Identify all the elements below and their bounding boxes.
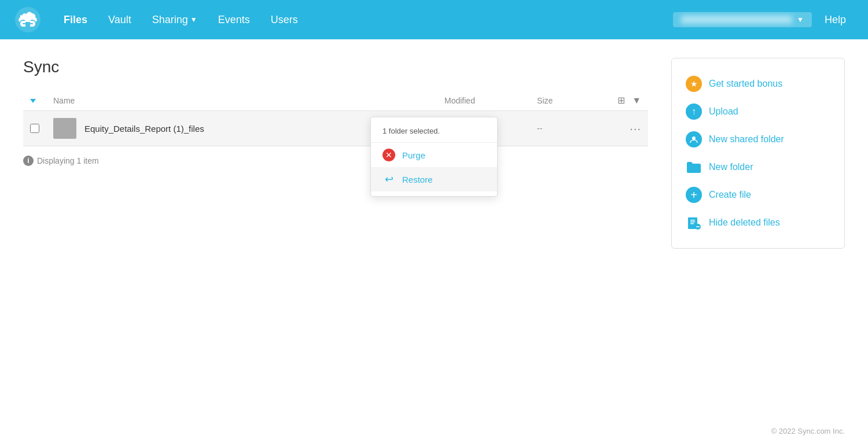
user-email-blurred bbox=[681, 16, 792, 24]
main-header: Files Vault Sharing ▼ Events Users ▼ Hel… bbox=[0, 0, 868, 39]
file-browser: Sync Name Modified Size ⊞ ▼ Equity_Detai… bbox=[23, 58, 648, 166]
select-row-checkbox[interactable] bbox=[30, 124, 39, 133]
sidebar-item-hide-deleted-files[interactable]: Hide deleted files bbox=[686, 209, 830, 237]
display-count-text: Displaying 1 item bbox=[37, 156, 99, 165]
sidebar-item-new-shared-folder[interactable]: New shared folder bbox=[686, 125, 830, 153]
folder-icon bbox=[53, 118, 76, 139]
purge-label: Purge bbox=[402, 150, 425, 160]
grid-view-icon[interactable]: ⊞ bbox=[617, 95, 625, 106]
new-folder-icon bbox=[686, 159, 702, 175]
svg-rect-1 bbox=[25, 20, 30, 22]
col-size-header: Size bbox=[537, 96, 606, 105]
hide-deleted-icon bbox=[686, 215, 702, 231]
file-size: -- bbox=[537, 124, 606, 133]
main-content: Sync Name Modified Size ⊞ ▼ Equity_Detai… bbox=[0, 39, 868, 267]
nav-vault[interactable]: Vault bbox=[100, 14, 139, 26]
logo[interactable] bbox=[14, 6, 42, 34]
col-actions-header[interactable]: ⊞ ▼ bbox=[606, 95, 641, 106]
context-menu: 1 folder selected. ✕ Purge ↩ Restore bbox=[370, 117, 498, 197]
svg-rect-5 bbox=[690, 221, 695, 223]
restore-button[interactable]: ↩ Restore bbox=[371, 167, 497, 191]
svg-rect-4 bbox=[690, 220, 695, 221]
purge-icon: ✕ bbox=[382, 149, 395, 161]
svg-rect-6 bbox=[690, 223, 694, 224]
sidebar-label-hide-deleted-files: Hide deleted files bbox=[709, 217, 780, 228]
sidebar-panel: ★ Get started bonus ↑ Upload New shared … bbox=[671, 58, 845, 249]
sort-toggle[interactable] bbox=[30, 96, 53, 105]
purge-button[interactable]: ✕ Purge bbox=[371, 143, 497, 167]
sidebar-item-upload[interactable]: ↑ Upload bbox=[686, 98, 830, 125]
nav-events[interactable]: Events bbox=[210, 14, 258, 26]
sidebar-item-new-folder[interactable]: New folder bbox=[686, 153, 830, 181]
sidebar-label-new-shared-folder: New shared folder bbox=[709, 134, 784, 145]
upload-icon: ↑ bbox=[686, 104, 702, 120]
col-name-header: Name bbox=[53, 96, 444, 105]
create-file-icon: + bbox=[686, 187, 702, 203]
context-menu-header: 1 folder selected. bbox=[371, 122, 497, 143]
nav-users[interactable]: Users bbox=[263, 14, 306, 26]
row-checkbox[interactable] bbox=[30, 124, 53, 133]
nav-files[interactable]: Files bbox=[56, 14, 95, 26]
restore-icon: ↩ bbox=[382, 173, 395, 186]
user-account-dropdown[interactable]: ▼ bbox=[673, 12, 812, 27]
svg-point-2 bbox=[692, 136, 696, 140]
shared-folder-icon bbox=[686, 131, 702, 147]
col-modified-header: Modified bbox=[444, 96, 537, 105]
sidebar-label-upload: Upload bbox=[709, 106, 738, 117]
user-dropdown-chevron-icon: ▼ bbox=[797, 16, 804, 24]
info-icon: i bbox=[23, 156, 34, 166]
page-title: Sync bbox=[23, 58, 648, 76]
filter-icon[interactable]: ▼ bbox=[632, 95, 641, 106]
help-link[interactable]: Help bbox=[816, 14, 854, 26]
file-more-button[interactable]: ··· bbox=[606, 122, 641, 135]
table-header: Name Modified Size ⊞ ▼ bbox=[23, 90, 648, 111]
sidebar-item-create-file[interactable]: + Create file bbox=[686, 181, 830, 209]
sidebar-label-get-started-bonus: Get started bonus bbox=[709, 79, 782, 89]
restore-label: Restore bbox=[402, 175, 433, 184]
sidebar-item-get-started-bonus[interactable]: ★ Get started bonus bbox=[686, 70, 830, 98]
display-count: i Displaying 1 item bbox=[23, 156, 648, 166]
star-icon: ★ bbox=[686, 76, 702, 92]
sharing-chevron-icon: ▼ bbox=[190, 16, 197, 24]
sort-icon bbox=[30, 99, 36, 103]
sidebar-label-new-folder: New folder bbox=[709, 162, 753, 172]
table-row: Equity_Details_Report (1)_files -- -- ··… bbox=[23, 111, 648, 146]
sidebar-label-create-file: Create file bbox=[709, 190, 751, 200]
nav-sharing[interactable]: Sharing ▼ bbox=[144, 14, 205, 26]
